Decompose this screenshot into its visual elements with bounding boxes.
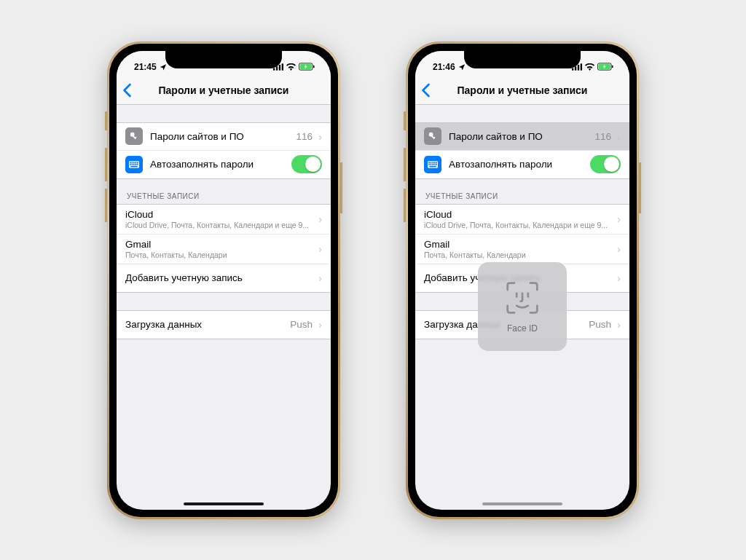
svg-rect-36 bbox=[433, 162, 435, 163]
svg-rect-1 bbox=[276, 66, 278, 70]
chevron-right-icon: › bbox=[318, 242, 322, 255]
row-icloud[interactable]: iCloud iCloud Drive, Почта, Контакты, Ка… bbox=[117, 205, 331, 234]
nav-title: Пароли и учетные записи bbox=[458, 84, 588, 96]
svg-rect-37 bbox=[436, 162, 437, 163]
chevron-right-icon: › bbox=[318, 272, 322, 284]
wifi-icon bbox=[286, 63, 296, 71]
row-label: Автозаполнять пароли bbox=[150, 159, 291, 170]
power-button[interactable] bbox=[340, 162, 342, 213]
svg-rect-14 bbox=[135, 162, 136, 163]
svg-rect-40 bbox=[432, 163, 433, 165]
svg-rect-16 bbox=[130, 163, 131, 165]
notch bbox=[165, 51, 282, 68]
row-label: Gmail bbox=[125, 239, 315, 250]
screen: 21:46 Пароли и учетные bbox=[415, 51, 629, 510]
row-label: Пароли сайтов и ПО bbox=[150, 131, 296, 142]
back-button[interactable] bbox=[122, 83, 132, 98]
row-gmail[interactable]: Gmail Почта, Контакты, Календари › bbox=[415, 234, 629, 264]
svg-rect-34 bbox=[431, 162, 432, 163]
svg-rect-38 bbox=[428, 163, 430, 165]
row-passwords[interactable]: Пароли сайтов и ПО 116 › bbox=[117, 123, 331, 151]
svg-rect-18 bbox=[133, 163, 135, 165]
row-subtitle: Почта, Контакты, Календари bbox=[424, 251, 614, 259]
battery-icon bbox=[299, 63, 315, 71]
svg-rect-42 bbox=[436, 163, 437, 165]
svg-rect-17 bbox=[132, 163, 133, 165]
row-passwords[interactable]: Пароли сайтов и ПО 116 › bbox=[415, 123, 629, 151]
row-autofill[interactable]: Автозаполнять пароли bbox=[415, 151, 629, 178]
row-subtitle: iCloud Drive, Почта, Контакты, Календари… bbox=[424, 221, 614, 229]
svg-rect-43 bbox=[429, 165, 436, 167]
svg-rect-23 bbox=[575, 66, 576, 70]
svg-rect-33 bbox=[428, 162, 430, 163]
status-time: 21:46 bbox=[433, 62, 455, 72]
chevron-right-icon: › bbox=[617, 242, 621, 255]
row-fetch-data[interactable]: Загрузка данных Push › bbox=[117, 311, 331, 339]
faceid-label: Face ID bbox=[507, 323, 538, 334]
svg-rect-22 bbox=[572, 68, 573, 70]
back-button[interactable] bbox=[421, 83, 431, 98]
svg-rect-12 bbox=[132, 162, 133, 163]
content-area: Пароли сайтов и ПО 116 › Автозаполнять п… bbox=[117, 122, 331, 339]
svg-rect-0 bbox=[273, 68, 275, 70]
phone-left: 21:45 Пароли и учетные bbox=[107, 42, 340, 519]
volume-down-button[interactable] bbox=[404, 189, 406, 222]
keyboard-icon bbox=[424, 156, 441, 173]
autofill-toggle[interactable] bbox=[590, 155, 621, 173]
svg-rect-11 bbox=[130, 162, 131, 163]
svg-rect-19 bbox=[135, 163, 136, 165]
volume-up-button[interactable] bbox=[404, 148, 406, 181]
screen: 21:45 Пароли и учетные bbox=[117, 51, 331, 510]
home-indicator[interactable] bbox=[482, 502, 562, 505]
passwords-count: 116 bbox=[594, 131, 611, 142]
row-gmail[interactable]: Gmail Почта, Контакты, Календари › bbox=[117, 234, 331, 264]
nav-title: Пароли и учетные записи bbox=[159, 84, 289, 96]
autofill-toggle[interactable] bbox=[291, 155, 322, 173]
power-button[interactable] bbox=[639, 162, 641, 213]
chevron-right-icon: › bbox=[617, 272, 621, 284]
svg-rect-6 bbox=[313, 66, 315, 68]
home-indicator[interactable] bbox=[184, 502, 264, 505]
row-label: Автозаполнять пароли bbox=[449, 159, 590, 170]
chevron-right-icon: › bbox=[617, 318, 621, 331]
chevron-right-icon: › bbox=[617, 130, 621, 143]
nav-bar: Пароли и учетные записи bbox=[415, 77, 629, 105]
svg-rect-20 bbox=[137, 163, 138, 165]
location-icon bbox=[160, 63, 167, 71]
key-icon bbox=[125, 127, 143, 145]
row-autofill[interactable]: Автозаполнять пароли bbox=[117, 151, 331, 178]
status-time: 21:45 bbox=[134, 62, 157, 72]
row-label: Загрузка данных bbox=[125, 319, 290, 330]
chevron-right-icon: › bbox=[617, 213, 621, 225]
row-subtitle: Почта, Контакты, Календари bbox=[125, 251, 315, 259]
row-label: Gmail bbox=[424, 239, 614, 250]
volume-down-button[interactable] bbox=[105, 189, 107, 222]
battery-icon bbox=[597, 63, 613, 71]
key-icon bbox=[424, 127, 441, 145]
svg-rect-13 bbox=[133, 162, 135, 163]
svg-rect-3 bbox=[282, 63, 283, 70]
passwords-count: 116 bbox=[296, 131, 313, 142]
mute-switch[interactable] bbox=[404, 111, 406, 130]
svg-rect-24 bbox=[578, 64, 579, 70]
svg-rect-41 bbox=[433, 163, 435, 165]
row-label: Пароли сайтов и ПО bbox=[449, 131, 594, 142]
row-add-account[interactable]: Добавить учетную запись › bbox=[117, 264, 331, 292]
chevron-right-icon: › bbox=[318, 213, 322, 225]
phone-right: 21:46 Пароли и учетные bbox=[406, 42, 639, 519]
svg-rect-2 bbox=[279, 64, 280, 70]
notch bbox=[464, 51, 581, 68]
svg-rect-28 bbox=[612, 66, 613, 68]
mute-switch[interactable] bbox=[105, 111, 107, 130]
chevron-right-icon: › bbox=[318, 130, 322, 143]
wifi-icon bbox=[585, 63, 594, 71]
section-header-accounts: УЧЕТНЫЕ ЗАПИСИ bbox=[415, 179, 629, 204]
faceid-overlay: Face ID bbox=[478, 262, 567, 351]
svg-rect-35 bbox=[432, 162, 433, 163]
volume-up-button[interactable] bbox=[105, 148, 107, 181]
section-header-accounts: УЧЕТНЫЕ ЗАПИСИ bbox=[117, 179, 331, 204]
keyboard-icon bbox=[125, 156, 143, 173]
nav-bar: Пароли и учетные записи bbox=[117, 77, 331, 105]
row-icloud[interactable]: iCloud iCloud Drive, Почта, Контакты, Ка… bbox=[415, 205, 629, 234]
svg-rect-21 bbox=[130, 165, 137, 167]
